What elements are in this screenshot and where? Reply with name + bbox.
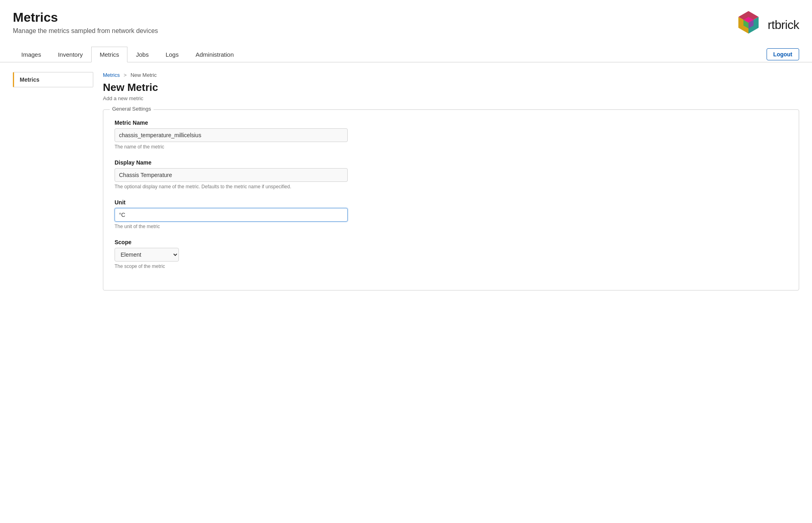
breadcrumb-separator: > — [124, 72, 127, 78]
breadcrumb: Metrics > New Metric — [103, 72, 799, 78]
metric-name-help: The name of the metric — [115, 144, 787, 150]
tab-jobs[interactable]: Jobs — [127, 47, 157, 62]
unit-help: The unit of the metric — [115, 224, 787, 229]
display-name-label: Display Name — [115, 159, 787, 166]
scope-label: Scope — [115, 239, 787, 245]
scope-select[interactable]: Element Interface Global — [115, 248, 179, 262]
new-metric-title: New Metric — [103, 81, 799, 94]
logo-text: rtbrick — [768, 18, 799, 32]
logo-area: rtbrick — [734, 10, 799, 40]
tab-metrics[interactable]: Metrics — [91, 47, 127, 62]
rtbrick-logo-icon — [734, 10, 763, 40]
logout-button[interactable]: Logout — [767, 48, 799, 60]
display-name-input[interactable] — [115, 168, 348, 182]
fieldset-legend: General Settings — [110, 106, 154, 112]
main-nav: Images Inventory Metrics Jobs Logs Admin… — [0, 46, 812, 62]
nav-tabs-container: Images Inventory Metrics Jobs Logs Admin… — [13, 46, 242, 62]
sidebar-item-metrics[interactable]: Metrics — [13, 72, 93, 87]
main-layout: Metrics Metrics > New Metric New Metric … — [0, 62, 812, 300]
sidebar: Metrics — [13, 72, 93, 290]
unit-label: Unit — [115, 199, 787, 206]
unit-group: Unit The unit of the metric — [115, 199, 787, 229]
main-content: Metrics > New Metric New Metric Add a ne… — [103, 72, 799, 290]
header-title-block: Metrics Manage the metrics sampled from … — [13, 10, 158, 35]
tab-administration[interactable]: Administration — [187, 47, 242, 62]
page-main-title: Metrics — [13, 10, 158, 25]
sidebar-item-label: Metrics — [20, 76, 39, 83]
tab-inventory[interactable]: Inventory — [49, 47, 91, 62]
new-metric-subtitle: Add a new metric — [103, 95, 799, 101]
scope-help: The scope of the metric — [115, 264, 787, 269]
unit-input[interactable] — [115, 208, 348, 222]
metric-name-label: Metric Name — [115, 119, 787, 126]
tab-logs[interactable]: Logs — [157, 47, 187, 62]
scope-group: Scope Element Interface Global The scope… — [115, 239, 787, 269]
general-settings-fieldset: General Settings Metric Name The name of… — [103, 109, 799, 290]
metric-name-group: Metric Name The name of the metric — [115, 119, 787, 150]
page-main-subtitle: Manage the metrics sampled from network … — [13, 27, 158, 35]
breadcrumb-parent-link[interactable]: Metrics — [103, 72, 120, 78]
breadcrumb-current: New Metric — [131, 72, 157, 78]
display-name-group: Display Name The optional display name o… — [115, 159, 787, 189]
display-name-help: The optional display name of the metric.… — [115, 184, 787, 189]
metric-name-input[interactable] — [115, 128, 348, 142]
page-header: Metrics Manage the metrics sampled from … — [0, 0, 812, 46]
tab-images[interactable]: Images — [13, 47, 49, 62]
